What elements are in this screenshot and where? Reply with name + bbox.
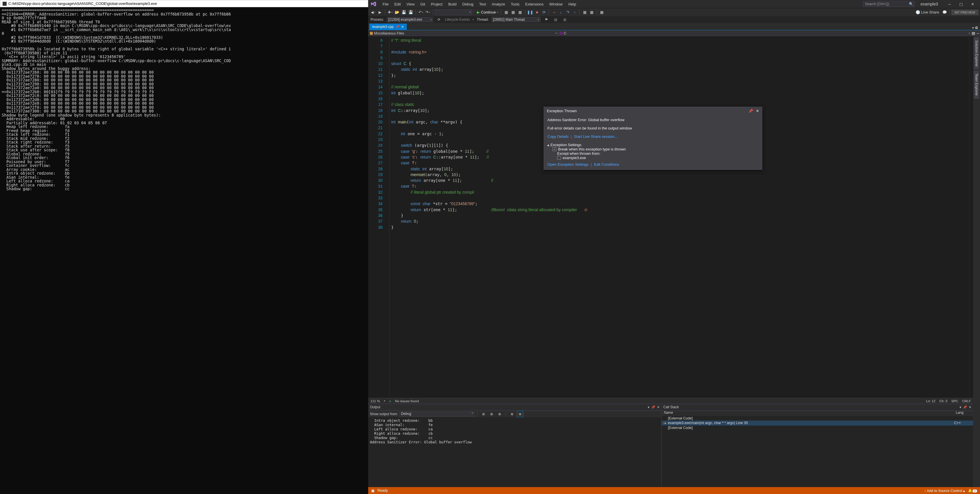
thread-icon-2[interactable]: ▦ xyxy=(552,16,559,23)
exception-settings-header[interactable]: ▴ Exception Settings xyxy=(547,143,759,147)
scrollbar[interactable] xyxy=(969,36,973,398)
edit-conditions-link[interactable]: Edit Conditions xyxy=(594,162,619,167)
menu-file[interactable]: File xyxy=(380,1,391,7)
exception-close-icon[interactable]: ✕ xyxy=(756,109,759,113)
callstack-col-lang[interactable]: Lang xyxy=(956,411,973,416)
process-refresh-icon[interactable]: ⟳ xyxy=(436,16,442,23)
save-button[interactable]: 💾 xyxy=(401,9,407,16)
search-input[interactable]: Search (Ctrl+Q) 🔍 xyxy=(863,1,915,7)
indent-mode[interactable]: SPC xyxy=(951,399,958,403)
menu-git[interactable]: Git xyxy=(418,1,428,7)
stop-button[interactable]: ■ xyxy=(534,9,540,16)
feedback-button[interactable]: 💬 xyxy=(942,9,948,16)
code-editor[interactable]: 6789101112131415161718192021222324252627… xyxy=(368,36,973,398)
code-content[interactable]: // "l": string literal #include <string.… xyxy=(390,36,969,398)
redo-button[interactable]: ↷ xyxy=(425,9,431,16)
break-when-checkbox[interactable] xyxy=(552,147,556,151)
tb-icon-3[interactable]: ▦ xyxy=(517,9,523,16)
fold-gutter[interactable] xyxy=(385,36,390,398)
menu-analyze[interactable]: Analyze xyxy=(489,1,507,7)
close-tab-icon[interactable]: ✕ xyxy=(401,25,404,29)
undo-button[interactable]: ↶ xyxy=(418,9,424,16)
continue-button[interactable]: ▶ Continue ▾ xyxy=(476,10,500,14)
split-icon[interactable]: ▤ xyxy=(972,31,975,35)
tb-misc-1[interactable]: ▦ xyxy=(582,9,588,16)
line-ending[interactable]: CRLF xyxy=(962,399,971,403)
tb-icon-1[interactable]: ▦ xyxy=(503,9,509,16)
live-share-button[interactable]: 🕒 Live Share xyxy=(914,10,941,14)
int-preview-badge[interactable]: INT PREVIEW xyxy=(951,10,978,15)
step-out-button[interactable]: ↑ xyxy=(571,9,578,16)
tabs-dropdown-icon[interactable]: ▾ xyxy=(972,26,974,29)
menu-debug[interactable]: Debug xyxy=(460,1,476,7)
except-exe-checkbox[interactable] xyxy=(557,156,561,160)
config-combo[interactable] xyxy=(434,10,472,15)
output-tb-2[interactable]: ≣ xyxy=(488,411,495,417)
open-exception-settings-link[interactable]: Open Exception Settings xyxy=(547,162,589,167)
expand-icon[interactable]: ↔ xyxy=(976,31,980,35)
restart-button[interactable]: ⟳ xyxy=(541,9,547,16)
output-dropdown-icon[interactable]: ▾ xyxy=(648,405,649,409)
menu-project[interactable]: Project xyxy=(429,1,445,7)
output-tb-3[interactable]: ≣ xyxy=(496,411,503,417)
thread-icon-1[interactable]: ⚑ xyxy=(543,16,550,23)
tb-misc-2[interactable]: ▦ xyxy=(589,9,595,16)
team-explorer-tab[interactable]: Team Explorer xyxy=(974,70,979,99)
output-content[interactable]: Intra object redzone: bb ASan internal: … xyxy=(368,417,661,487)
nav-scope-combo[interactable]: C xyxy=(558,30,971,36)
thread-icon-3[interactable]: ▦ xyxy=(562,16,568,23)
menu-view[interactable]: View xyxy=(404,1,417,7)
callstack-pin-icon[interactable]: 📌 xyxy=(963,405,967,409)
menu-window[interactable]: Window xyxy=(547,1,565,7)
tab-example3-cpp[interactable]: example3.cpp 📌 ✕ xyxy=(369,24,407,30)
output-close-icon[interactable]: ✕ xyxy=(657,405,660,409)
output-pin-icon[interactable]: 📌 xyxy=(651,405,655,409)
solution-explorer-tab[interactable]: Solution Explorer xyxy=(974,37,979,69)
menu-test[interactable]: Test xyxy=(477,1,488,7)
nav-fwd-button[interactable]: ▶ xyxy=(377,9,383,16)
maximize-button[interactable]: ▢ xyxy=(955,0,967,8)
new-item-button[interactable]: ✚ xyxy=(387,9,393,16)
output-tb-5[interactable]: ≣ xyxy=(517,411,523,417)
close-button[interactable]: ✕ xyxy=(967,0,978,8)
menu-edit[interactable]: Edit xyxy=(392,1,403,7)
menu-build[interactable]: Build xyxy=(446,1,459,7)
pause-button[interactable]: ❚❚ xyxy=(527,9,533,16)
copy-details-link[interactable]: Copy Details xyxy=(547,134,569,139)
callstack-row[interactable]: [External Code] xyxy=(662,425,973,430)
exception-details-hint: Full error details can be found in the o… xyxy=(547,126,759,130)
notification-bell[interactable]: 🔔2 xyxy=(968,489,977,493)
thread-combo[interactable]: [28952] Main Thread xyxy=(492,17,541,22)
minimize-button[interactable]: ─ xyxy=(944,0,955,8)
show-next-stmt-button[interactable]: → xyxy=(551,9,557,16)
exception-pin-icon[interactable]: 📌 xyxy=(748,109,753,113)
pin-icon[interactable]: 📌 xyxy=(396,25,399,29)
tabs-gear-icon[interactable]: ⚙ xyxy=(975,25,978,30)
callstack-col-name[interactable]: Name xyxy=(662,411,956,416)
nav-back-button[interactable]: ◀ xyxy=(370,9,376,16)
tb-icon-2[interactable]: ▦ xyxy=(510,9,516,16)
save-all-button[interactable]: 💾 xyxy=(407,9,414,16)
output-source-combo[interactable]: Debug xyxy=(399,411,474,417)
callstack-rows[interactable]: [External Code] ➜ example3.exe!main(int … xyxy=(662,416,973,487)
lifecycle-label[interactable]: Lifecycle Events xyxy=(445,18,470,22)
step-over-button[interactable]: ↷ xyxy=(565,9,571,16)
callstack-dropdown-icon[interactable]: ▾ xyxy=(959,405,961,409)
tb-misc-3[interactable]: ▦ xyxy=(598,9,605,16)
start-live-share-link[interactable]: Start Live Share session... xyxy=(574,134,617,139)
callstack-row-current[interactable]: ➜ example3.exe!main(int argc, char * * a… xyxy=(662,421,973,425)
console-titlebar[interactable]: C:\MSDN\cpp-docs-pr\docs\c-language\ASAN… xyxy=(0,0,368,7)
output-tb-4[interactable]: ≣ xyxy=(509,411,515,417)
open-button[interactable]: 📂 xyxy=(394,9,400,16)
callstack-close-icon[interactable]: ✕ xyxy=(969,405,971,409)
step-into-button[interactable]: ↓ xyxy=(558,9,564,16)
menu-help[interactable]: Help xyxy=(566,1,578,7)
output-tb-1[interactable]: ≣ xyxy=(480,411,487,417)
zoom-level[interactable]: 111 % xyxy=(371,399,380,403)
add-to-source-control[interactable]: ↑ Add to Source Control ▴ xyxy=(924,489,965,493)
callstack-row[interactable]: [External Code] xyxy=(662,416,973,421)
menu-tools[interactable]: Tools xyxy=(509,1,522,7)
nav-project-combo[interactable]: Miscellaneous Files xyxy=(368,30,558,36)
process-combo[interactable]: [21304] example3.exe xyxy=(387,17,433,22)
menu-extensions[interactable]: Extensions xyxy=(523,1,546,7)
